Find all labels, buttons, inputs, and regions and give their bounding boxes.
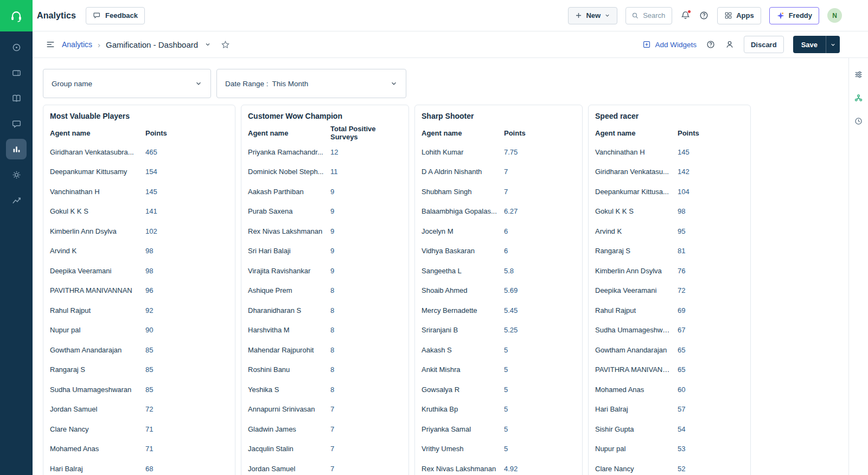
table-row: Giridharan Venkatasu...142 [595, 162, 744, 182]
dashboard-list-button[interactable] [46, 40, 55, 49]
agent-name-cell: Vanchinathan H [49, 188, 145, 196]
feedback-button[interactable]: Feedback [86, 7, 145, 24]
apps-button[interactable]: Apps [717, 7, 761, 24]
table-row: Sangeetha L5.8 [421, 261, 576, 281]
feedback-bubble-icon [93, 11, 101, 20]
metric-value-cell: 5.25 [503, 326, 576, 334]
table-row: Ankit Mishra5 [421, 360, 576, 380]
dashboard-help-button[interactable] [706, 40, 716, 49]
table-row: Gokul K K S141 [49, 202, 228, 222]
agent-name-cell: Sudha Umamageshwa... [595, 326, 677, 334]
table-header: Agent name Total Positive Surveys [247, 124, 402, 142]
table-row: Harshvitha M8 [247, 320, 402, 341]
agent-name-cell: Rahul Rajput [595, 306, 677, 314]
sidebar-item-dashboards[interactable] [6, 139, 27, 159]
history-button[interactable] [854, 117, 863, 126]
table-row: Sriranjani B5.25 [421, 320, 576, 341]
dashboard-switcher-caret[interactable] [205, 41, 211, 48]
table-row: Balaambhiga Gopalas...6.27 [421, 202, 576, 222]
ring-icon [11, 42, 22, 53]
metric-value-cell: 145 [145, 188, 228, 196]
agent-name-cell: Dharanidharan S [247, 306, 330, 314]
sidebar-item-home[interactable] [6, 37, 27, 57]
agent-name-cell: Vidhya Baskaran [421, 247, 503, 255]
freshworks-logo[interactable] [0, 0, 33, 31]
dashboard-content: Group name Date Range :This Month [33, 58, 868, 475]
agent-name-cell: Sriranjani B [421, 326, 503, 334]
clock-icon [854, 117, 863, 126]
agent-name-cell: Vanchinathan H [595, 148, 677, 156]
widget-card: Most Valuable Players Agent name Points … [43, 105, 235, 475]
breadcrumb: Analytics › Gamification - Dashboard [62, 40, 198, 49]
table-row: Deepankumar Kittusa...104 [595, 182, 744, 202]
customize-filters-button[interactable] [854, 70, 863, 79]
sidebar-item-conversations[interactable] [6, 113, 27, 134]
sidebar-nav [0, 31, 33, 210]
ticket-icon [11, 68, 22, 78]
metric-value-cell: 57 [677, 405, 744, 413]
table-row: Shoaib Ahmed5.69 [421, 281, 576, 301]
add-widgets-button[interactable]: Add Widgets [642, 40, 697, 49]
column-header-metric: Points [677, 129, 744, 137]
sidebar-item-tickets[interactable] [6, 62, 27, 83]
table-row: Hari Balraj57 [595, 400, 744, 420]
agent-name-cell: Deepankumar Kittusamy [49, 168, 145, 176]
freddy-button[interactable]: Freddy [769, 7, 819, 24]
table-row: Hari Balraj68 [49, 459, 228, 475]
dashboard-toolbar: Analytics › Gamification - Dashboard [33, 31, 868, 58]
agent-name-cell: Shoaib Ahmed [421, 286, 503, 294]
group-filter-dropdown[interactable]: Group name [43, 69, 211, 98]
table-row: Gowtham Anandarajan65 [595, 340, 744, 360]
discard-button[interactable]: Discard [744, 36, 784, 53]
agent-name-cell: Hari Balraj [595, 405, 677, 413]
search-input[interactable]: Search [626, 7, 672, 24]
search-placeholder: Search [643, 11, 665, 20]
breadcrumb-analytics-link[interactable]: Analytics [62, 40, 92, 49]
date-range-value: This Month [272, 80, 309, 88]
freddy-sparkle-icon [776, 11, 785, 20]
column-header-agent-name: Agent name [421, 129, 503, 137]
metric-value-cell: 65 [677, 365, 744, 374]
metric-value-cell: 7 [330, 405, 402, 413]
table-row: Annapurni Srinivasan7 [247, 400, 402, 420]
agent-name-cell: Rex Nivas Lakshmanan [247, 227, 330, 235]
date-range-filter-dropdown[interactable]: Date Range :This Month [216, 69, 406, 98]
book-icon [11, 93, 22, 104]
metric-value-cell: 6.27 [503, 207, 576, 215]
user-avatar[interactable]: N [827, 8, 842, 23]
save-options-caret[interactable] [826, 36, 840, 53]
notifications-button[interactable] [680, 10, 691, 21]
share-access-button[interactable] [725, 40, 735, 49]
help-button[interactable] [699, 10, 709, 21]
table-row: Mahendar Rajpurohit8 [247, 340, 402, 360]
date-range-label: Date Range : [225, 80, 269, 88]
agent-name-cell: Sishir Gupta [595, 425, 677, 433]
agent-name-cell: Dominick Nobel Steph... [247, 168, 330, 176]
metric-value-cell: 154 [145, 168, 228, 176]
metric-value-cell: 96 [145, 286, 228, 294]
breadcrumb-current-dashboard: Gamification - Dashboard [106, 40, 198, 49]
widget-card: Speed racer Agent name Points Vanchinath… [588, 105, 751, 475]
table-row: Nupur pal90 [49, 320, 228, 341]
table-row: Priyanka Ramachandr...12 [247, 142, 402, 162]
question-circle-icon [699, 10, 709, 21]
metric-value-cell: 8 [330, 306, 402, 314]
sidebar-item-analytics[interactable] [6, 190, 27, 210]
metric-value-cell: 7.75 [503, 148, 576, 156]
group-filter-label: Group name [52, 80, 92, 88]
agent-name-cell: Kimberlin Ann Dsylva [595, 267, 677, 275]
headset-icon [9, 9, 23, 23]
breadcrumb-separator: › [98, 40, 100, 49]
new-button[interactable]: New [568, 7, 617, 24]
favorite-star-button[interactable] [221, 40, 230, 49]
chevron-down-icon [830, 42, 836, 48]
sidebar-item-solutions[interactable] [6, 88, 27, 108]
agent-name-cell: Gladwin James [247, 425, 330, 433]
metric-value-cell: 5 [503, 346, 576, 354]
agent-name-cell: Shubham Singh [421, 188, 503, 196]
insights-button[interactable] [854, 93, 863, 102]
save-button[interactable]: Save [793, 36, 826, 53]
agent-name-cell: Deepankumar Kittusa... [595, 188, 677, 196]
table-row: Nupur pal53 [595, 439, 744, 459]
sidebar-item-settings[interactable] [6, 164, 27, 185]
